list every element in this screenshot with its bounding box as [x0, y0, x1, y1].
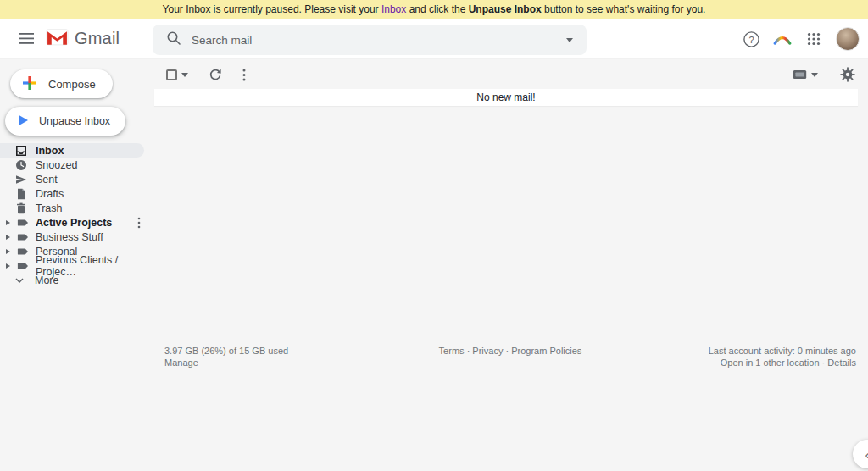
- banner-bold-text: Unpause Inbox: [469, 3, 542, 15]
- unpause-inbox-button[interactable]: Unpause Inbox: [5, 107, 125, 136]
- unpause-label: Unpause Inbox: [39, 115, 110, 127]
- open-location-text: Open in 1 other location: [721, 357, 820, 368]
- inbox-icon: [15, 145, 27, 157]
- banner-inbox-link[interactable]: Inbox: [381, 3, 406, 15]
- sidebar-nav: Inbox Snoozed Sent Drafts: [0, 143, 153, 287]
- gmail-wordmark: Gmail: [75, 29, 120, 48]
- label-options-icon[interactable]: [137, 217, 141, 229]
- label-tag-icon: [17, 217, 29, 229]
- label-tag-icon: [17, 246, 29, 258]
- sidebar-label-previous-clients[interactable]: Previous Clients / Projec…: [0, 258, 153, 273]
- help-icon[interactable]: ?: [742, 30, 760, 48]
- sidebar: Compose Unpause Inbox Inbox Snoozed: [0, 59, 153, 471]
- mail-toolbar: [153, 64, 868, 86]
- sidebar-more-label: More: [35, 274, 58, 286]
- expand-arrow-icon[interactable]: [4, 248, 11, 255]
- draft-icon: [15, 188, 27, 200]
- search-bar[interactable]: [153, 25, 587, 55]
- more-options-icon[interactable]: [242, 69, 246, 81]
- send-icon: [15, 174, 27, 186]
- compose-button[interactable]: Compose: [10, 69, 113, 98]
- play-icon: [18, 114, 29, 129]
- separator: ·: [467, 346, 470, 356]
- expand-arrow-icon[interactable]: [4, 234, 11, 241]
- expand-arrow-icon[interactable]: [4, 263, 11, 269]
- search-options-caret-icon[interactable]: [566, 38, 573, 42]
- sidebar-item-trash[interactable]: Trash: [0, 201, 153, 215]
- sidebar-item-inbox[interactable]: Inbox: [0, 143, 144, 158]
- sidebar-item-label: Trash: [36, 202, 63, 214]
- search-input[interactable]: [192, 34, 566, 47]
- settings-gear-icon[interactable]: [840, 67, 855, 82]
- manage-storage-link[interactable]: Manage: [164, 357, 392, 368]
- storage-info: 3.97 GB (26%) of 15 GB used Manage: [164, 345, 392, 368]
- sidebar-item-label: Inbox: [36, 145, 64, 157]
- boomerang-extension-icon[interactable]: [773, 30, 792, 48]
- storage-usage: 3.97 GB (26%) of 15 GB used: [164, 345, 392, 357]
- label-tag-icon: [17, 260, 29, 272]
- separator: ·: [822, 357, 826, 368]
- sidebar-item-label: Drafts: [36, 188, 64, 200]
- last-activity-text: Last account activity: 0 minutes ago: [628, 345, 856, 357]
- details-link[interactable]: Details: [827, 357, 856, 368]
- label-tag-icon: [17, 231, 29, 243]
- input-tools-icon[interactable]: [793, 69, 807, 80]
- body-wrap: Compose Unpause Inbox Inbox Snoozed: [0, 59, 868, 471]
- program-policies-link[interactable]: Program Policies: [511, 346, 581, 356]
- compose-plus-icon: [22, 75, 37, 93]
- legal-links: Terms · Privacy · Program Policies: [392, 345, 627, 368]
- chevron-down-icon: [14, 274, 24, 286]
- sidebar-item-sent[interactable]: Sent: [0, 172, 153, 186]
- terms-link[interactable]: Terms: [439, 346, 465, 356]
- select-options-caret-icon[interactable]: [181, 73, 188, 77]
- header-actions: ?: [742, 19, 860, 59]
- compose-label: Compose: [48, 78, 96, 91]
- footer: 3.97 GB (26%) of 15 GB used Manage Terms…: [164, 345, 856, 368]
- search-icon[interactable]: [166, 30, 181, 49]
- sidebar-item-label: Sent: [36, 174, 58, 186]
- sidebar-item-snoozed[interactable]: Snoozed: [0, 158, 153, 172]
- sidebar-label-active-projects[interactable]: Active Projects: [0, 215, 153, 230]
- inbox-paused-banner: Your Inbox is currently paused. Please v…: [0, 0, 868, 19]
- banner-text-before: Your Inbox is currently paused. Please v…: [163, 3, 381, 15]
- empty-inbox-message: No new mail!: [154, 89, 858, 106]
- account-avatar[interactable]: [836, 27, 860, 51]
- account-activity: Last account activity: 0 minutes ago Ope…: [628, 345, 856, 368]
- sidebar-label-text: Business Stuff: [36, 231, 103, 243]
- banner-text-middle: and click the: [406, 3, 468, 15]
- chevron-left-icon: ‹: [865, 447, 868, 462]
- sidebar-item-label: Snoozed: [36, 159, 77, 171]
- trash-icon: [15, 202, 27, 214]
- select-all-checkbox[interactable]: [166, 69, 177, 80]
- apps-grid-icon[interactable]: [804, 30, 823, 48]
- hamburger-menu-icon[interactable]: [12, 25, 41, 53]
- sidebar-label-business-stuff[interactable]: Business Stuff: [0, 230, 153, 244]
- header-bar: Gmail ?: [0, 19, 868, 59]
- refresh-icon[interactable]: [209, 68, 222, 81]
- clock-icon: [15, 159, 27, 171]
- sidebar-label-text: Active Projects: [36, 217, 112, 229]
- empty-message-text: No new mail!: [476, 91, 535, 103]
- sidebar-item-drafts[interactable]: Drafts: [0, 186, 153, 201]
- main-content: No new mail! 3.97 GB (26%) of 15 GB used…: [153, 59, 868, 471]
- gmail-logo[interactable]: Gmail: [46, 28, 120, 49]
- gmail-m-icon: [46, 28, 69, 49]
- banner-text-after: button to see what's waiting for you.: [542, 3, 706, 15]
- expand-arrow-icon[interactable]: [4, 219, 11, 226]
- svg-text:?: ?: [748, 34, 754, 44]
- input-tools-caret-icon[interactable]: [811, 73, 818, 77]
- separator: ·: [505, 346, 509, 356]
- privacy-link[interactable]: Privacy: [472, 346, 503, 356]
